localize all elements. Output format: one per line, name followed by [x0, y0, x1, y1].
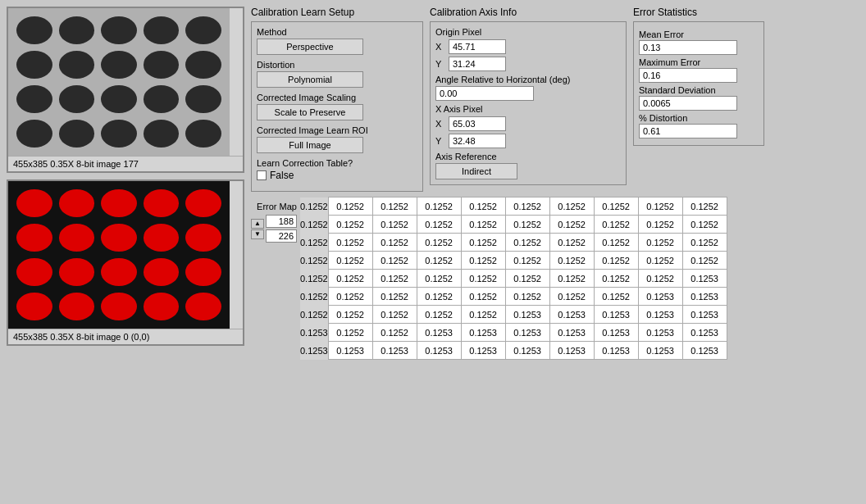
method-value[interactable]: Perspective	[257, 39, 363, 55]
mean-error-label: Mean Error	[639, 30, 759, 39]
table-cell: 0.1253	[682, 324, 727, 342]
roi-value[interactable]: Full Image	[257, 137, 363, 153]
table-cell: 0.1252	[682, 252, 727, 270]
table-cell: 0.1252	[461, 288, 505, 306]
x-label: X	[435, 42, 445, 52]
table-cell: 0.1252	[328, 234, 372, 252]
xaxis-y-input[interactable]: 32.48	[449, 134, 506, 148]
table-cell: 0.1252	[505, 252, 549, 270]
table-cell: 0.1253	[505, 324, 549, 342]
dot-red	[144, 258, 180, 286]
dot	[144, 51, 180, 79]
table-cell: 0.1253	[594, 324, 638, 342]
table-cell: 0.1252	[461, 270, 505, 288]
arrow-down-btn[interactable]: ▼	[251, 229, 264, 239]
table-cell: 0.1252	[549, 288, 594, 306]
pct-dist-value: 0.61	[639, 124, 737, 138]
table-cell: 0.1252	[372, 324, 417, 342]
table-cell: 0.1252	[372, 270, 417, 288]
table-cell: 0.1253	[328, 342, 372, 360]
dot-red	[16, 189, 52, 217]
dot	[16, 16, 52, 44]
scaling-label: Corrected Image Scaling	[257, 93, 417, 102]
table-cell: 0.1252	[549, 252, 594, 270]
origin-y-row: Y 31.24	[435, 57, 621, 71]
roi-group: Corrected Image Learn ROI Full Image	[257, 125, 417, 153]
table-cell: 0.1253	[461, 324, 505, 342]
distortion-value[interactable]: Polynomial	[257, 71, 363, 88]
table-cell: 0.1252	[372, 288, 417, 306]
top-row: Calibration Learn Setup Method Perspecti…	[251, 7, 859, 192]
table-cell: 0.1252	[461, 306, 505, 324]
table-cell: 0.1252	[549, 270, 594, 288]
table-cell: 0.1252	[638, 252, 682, 270]
x2-label: X	[435, 119, 445, 129]
table-cell: 0.1252	[328, 198, 372, 216]
dot-grid-gray	[8, 8, 230, 156]
table-row: 0.12520.12520.12520.12520.12520.12520.12…	[300, 288, 727, 306]
error-map-title: Error Map	[257, 202, 297, 211]
table-cell: 0.1252	[505, 198, 549, 216]
table-cell: 0.1253	[638, 288, 682, 306]
origin-y-input[interactable]: 31.24	[449, 57, 506, 71]
error-map-section: Error Map ▲ ▼ 188 226 0.12520.12520.1252…	[251, 197, 859, 360]
table-cell: 0.1252	[417, 234, 461, 252]
dot-red	[59, 224, 95, 252]
table-row: 0.12530.12520.12520.12530.12530.12530.12…	[300, 324, 727, 342]
angle-input[interactable]: 0.00	[435, 86, 534, 101]
max-error-value: 0.16	[639, 68, 737, 83]
table-cell: 0.1253	[638, 324, 682, 342]
table-cell: 0.1252	[328, 288, 372, 306]
y-label: Y	[435, 59, 445, 69]
table-cell: 0.1252	[549, 198, 594, 216]
error-stats-title: Error Statistics	[633, 7, 697, 18]
calib-axis-panel: Origin Pixel X 45.71 Y 31.24 Angle Relat…	[430, 21, 627, 185]
image-label-2: 455x385 0.35X 8-bit image 0 (0,0)	[8, 329, 243, 344]
origin-x-input[interactable]: 45.71	[449, 39, 506, 54]
table-cell: 0.1252	[328, 324, 372, 342]
row-num-1[interactable]: 188	[266, 215, 297, 228]
dot-red	[59, 258, 95, 286]
xaxis-y-row: Y 32.48	[435, 134, 621, 148]
table-cell: 0.1252	[505, 270, 549, 288]
dot-red	[185, 293, 221, 320]
table-cell: 0.1253	[549, 306, 594, 324]
table-cell: 0.1252	[638, 234, 682, 252]
table-row: 0.12520.12520.12520.12520.12520.12520.12…	[300, 252, 727, 270]
table-cell: 0.1253	[638, 306, 682, 324]
distortion-label: Distortion	[257, 60, 417, 70]
table-cell: 0.1252	[682, 234, 727, 252]
image-label-1: 455x385 0.35X 8-bit image 177	[8, 156, 243, 171]
table-row: 0.12530.12530.12530.12530.12530.12530.12…	[300, 342, 727, 360]
table-cell: 0.1252	[300, 198, 328, 216]
dot-red	[59, 293, 95, 320]
correction-checkbox[interactable]	[257, 170, 267, 180]
table-cell: 0.1253	[505, 306, 549, 324]
xaxis-x-row: X 65.03	[435, 116, 621, 131]
dot	[16, 120, 52, 148]
table-cell: 0.1252	[505, 234, 549, 252]
table-cell: 0.1252	[417, 198, 461, 216]
scaling-group: Corrected Image Scaling Scale to Preserv…	[257, 93, 417, 120]
method-group: Method Perspective	[257, 27, 417, 55]
table-cell: 0.1252	[505, 288, 549, 306]
arrow-up-btn[interactable]: ▲	[251, 219, 264, 229]
std-dev-label: Standard Deviation	[639, 85, 759, 95]
scaling-value[interactable]: Scale to Preserve	[257, 104, 363, 120]
table-cell: 0.1253	[549, 324, 594, 342]
dot-red	[101, 258, 137, 286]
dot	[144, 16, 180, 44]
dot-red	[144, 224, 180, 252]
dot	[101, 85, 137, 113]
table-cell: 0.1252	[300, 270, 328, 288]
row-num-2[interactable]: 226	[266, 229, 297, 243]
table-cell: 0.1253	[594, 306, 638, 324]
table-cell: 0.1252	[505, 216, 549, 234]
dot	[144, 120, 180, 148]
table-cell: 0.1252	[372, 306, 417, 324]
xaxis-x-input[interactable]: 65.03	[449, 116, 506, 131]
axis-ref-value[interactable]: Indirect	[435, 163, 517, 179]
table-cell: 0.1252	[417, 306, 461, 324]
table-cell: 0.1252	[300, 216, 328, 234]
dot	[185, 120, 221, 148]
